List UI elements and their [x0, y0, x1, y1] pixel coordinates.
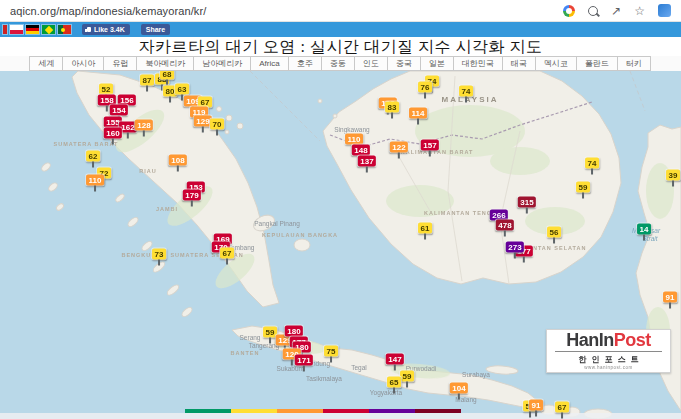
brazil-flag-icon[interactable]	[42, 25, 55, 34]
map-label-province: SUMATERA BARAT	[54, 141, 119, 147]
aqi-marker[interactable]: 61	[418, 223, 432, 234]
map-label-city: Tasikmalaya	[306, 375, 342, 382]
aqi-marker[interactable]: 76	[418, 82, 432, 93]
legend-segment	[185, 409, 231, 413]
aqi-marker[interactable]: 62	[86, 151, 100, 162]
poland-flag-icon[interactable]	[10, 25, 23, 34]
aqi-marker[interactable]: 160	[104, 128, 122, 139]
tab-region-8[interactable]: 인도	[354, 56, 388, 71]
aqi-marker[interactable]: 147	[386, 354, 404, 365]
aqi-marker[interactable]: 59	[576, 182, 590, 193]
aqi-map[interactable]: HanInPost 한인포스트 www.haninpost.com MALAYS…	[0, 71, 681, 419]
tab-region-4[interactable]: 남아메리카	[193, 56, 251, 71]
aqi-marker[interactable]: 74	[459, 86, 473, 97]
aqi-marker[interactable]: 67	[220, 248, 234, 259]
tab-region-2[interactable]: 유럽	[103, 56, 137, 71]
legend-segment	[231, 409, 277, 413]
aqi-marker[interactable]: 63	[175, 84, 189, 95]
page-title: 자카르타의 대기 오염 : 실시간 대기질 지수 시각화 지도	[139, 38, 543, 55]
tab-region-15[interactable]: 터키	[617, 56, 651, 71]
url-input[interactable]: aqicn.org/map/indonesia/kemayoran/kr/	[10, 5, 563, 17]
tab-region-5[interactable]: Africa	[250, 56, 288, 71]
tab-region-11[interactable]: 대한민국	[453, 56, 503, 71]
station-pin-icon	[458, 394, 460, 400]
legend-segment	[277, 409, 323, 413]
aqi-scale-legend	[185, 409, 461, 413]
aqi-marker[interactable]: 315	[518, 197, 536, 208]
share-icon[interactable]: ↗	[611, 5, 621, 17]
station-pin-icon	[169, 97, 171, 103]
tab-region-3[interactable]: 북아메리카	[136, 56, 194, 71]
station-pin-icon	[146, 86, 148, 92]
aqi-marker[interactable]: 74	[585, 158, 599, 169]
title-bar: 자카르타의 대기 오염 : 실시간 대기질 지수 시각화 지도	[0, 37, 681, 56]
aqi-marker[interactable]: 122	[390, 142, 408, 153]
aqi-marker[interactable]: 65	[387, 377, 401, 388]
aqi-marker[interactable]: 114	[409, 108, 427, 119]
aqi-marker[interactable]: 68	[160, 71, 174, 80]
germany-flag-icon[interactable]	[26, 25, 39, 34]
aqi-marker[interactable]: 128	[135, 120, 153, 131]
flag-list	[3, 25, 71, 34]
tab-region-1[interactable]: 아시아	[62, 56, 104, 71]
aqi-marker[interactable]: 157	[421, 140, 439, 151]
map-label-province: BANTEN	[231, 350, 260, 356]
aqi-marker[interactable]: 110	[86, 175, 104, 186]
aqi-marker[interactable]: 478	[496, 220, 514, 231]
station-pin-icon	[291, 360, 293, 366]
aqi-marker[interactable]: 171	[295, 355, 313, 366]
aqi-marker[interactable]: 110	[345, 134, 363, 145]
aqi-marker[interactable]: 56	[547, 227, 561, 238]
aqi-marker[interactable]: 108	[169, 155, 187, 166]
aqi-marker[interactable]: 14	[637, 224, 651, 235]
tab-region-6[interactable]: 호주	[288, 56, 322, 71]
aqi-marker[interactable]: 180	[285, 326, 303, 337]
tab-region-0[interactable]: 세계	[29, 56, 63, 71]
partial-flag-icon[interactable]	[3, 25, 7, 34]
aqi-marker[interactable]: 52	[99, 84, 113, 95]
zoom-search-icon[interactable]	[588, 6, 598, 16]
haninpost-logo-text: HanInPost	[547, 331, 670, 350]
aqi-marker[interactable]: 59	[400, 371, 414, 382]
aqi-marker[interactable]: 104	[450, 383, 468, 394]
aqi-marker[interactable]: 67	[555, 402, 569, 413]
station-pin-icon	[269, 338, 271, 344]
station-pin-icon	[398, 153, 400, 159]
station-pin-icon	[529, 412, 531, 418]
google-icon[interactable]	[563, 5, 575, 17]
station-pin-icon	[561, 413, 563, 419]
station-pin-icon	[216, 130, 218, 136]
aqi-marker[interactable]: 91	[529, 400, 543, 411]
aqi-marker[interactable]: 70	[210, 119, 224, 130]
address-bar: aqicn.org/map/indonesia/kemayoran/kr/ ↗ …	[0, 0, 681, 22]
facebook-like-button[interactable]: Like 3.4K	[82, 24, 130, 35]
aqi-marker[interactable]: 179	[183, 190, 201, 201]
station-pin-icon	[202, 127, 204, 133]
aqi-marker[interactable]: 91	[663, 292, 677, 303]
region-tabs: 세계아시아유럽북아메리카남아메리카Africa호주중동인도중국일본대한민국태국멕…	[0, 56, 681, 71]
aqi-marker[interactable]: 75	[324, 346, 338, 357]
aqi-marker[interactable]: 148	[352, 145, 370, 156]
tab-region-12[interactable]: 태국	[502, 56, 536, 71]
favorites-star-icon[interactable]: ☆	[634, 5, 645, 17]
aqi-marker[interactable]: 39	[666, 170, 680, 181]
tab-region-13[interactable]: 멕시코	[535, 56, 577, 71]
aqi-marker[interactable]: 87	[140, 75, 154, 86]
facebook-share-button[interactable]: Share	[141, 24, 170, 35]
aqi-marker[interactable]: 73	[152, 249, 166, 260]
aqi-marker[interactable]: 273	[506, 242, 524, 253]
aqi-marker[interactable]: 137	[358, 156, 376, 167]
portugal-flag-icon[interactable]	[58, 25, 71, 34]
tab-region-7[interactable]: 중동	[321, 56, 355, 71]
haninpost-watermark: HanInPost 한인포스트 www.haninpost.com	[546, 329, 671, 373]
tab-region-14[interactable]: 폴란드	[576, 56, 618, 71]
aqi-marker[interactable]: 83	[385, 102, 399, 113]
map-label-city: Serang	[240, 334, 261, 341]
aqi-marker[interactable]: 154	[110, 105, 128, 116]
thumbs-up-icon	[87, 27, 91, 32]
tab-region-10[interactable]: 일본	[420, 56, 454, 71]
copilot-icon[interactable]	[658, 4, 671, 17]
like-label: Like 3.4K	[94, 26, 125, 33]
tab-region-9[interactable]: 중국	[387, 56, 421, 71]
map-label-city: Tegal	[351, 364, 367, 371]
